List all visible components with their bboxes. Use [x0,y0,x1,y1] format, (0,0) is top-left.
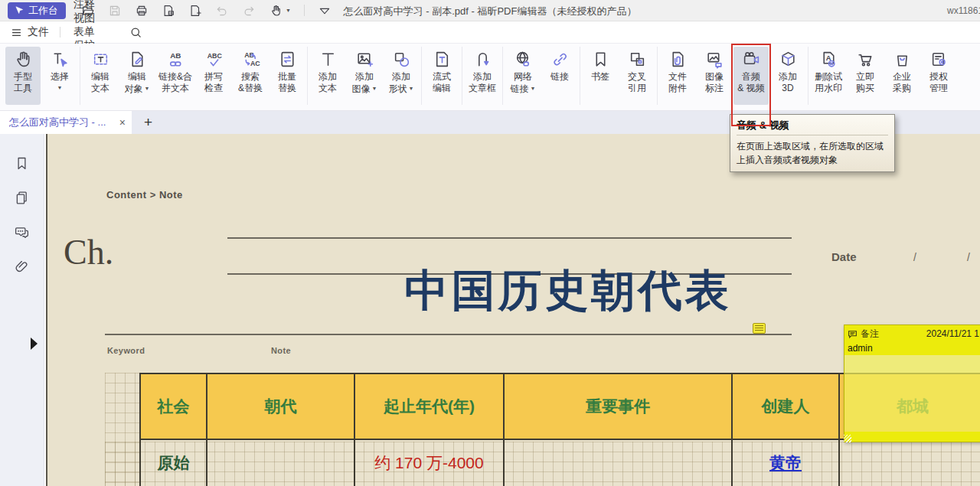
search-button[interactable] [129,26,142,39]
chevron-down-button[interactable] [318,4,332,18]
ribbon-item-select-cursor[interactable]: 选择▼ [42,47,77,105]
ribbon-item-label: 选择 [51,71,69,83]
new-tab-button[interactable]: + [144,112,152,133]
ribbon-item-search-replace[interactable]: ABAC搜索&替换 [233,47,268,105]
sticky-note-body[interactable] [844,355,980,432]
ribbon-item-license-manage[interactable]: 授权管理 [921,47,956,105]
ribbon-item-buy-now[interactable]: 立即购买 [848,47,883,105]
table-cell[interactable]: 黄帝 [733,440,840,486]
ribbon-item-label: 并文本 [162,83,189,94]
printer-button[interactable] [135,4,149,18]
foxit-pdf-editor-window: 工作台 ▼ 怎么面对高中学习 - 副本.pdf - 福昕PDF编辑器（未经授权的… [0,0,980,486]
attachment-icon [14,259,30,275]
ribbon-item-label: 网络 [514,71,532,83]
ribbon-item-edit-text[interactable]: 编辑文本 [83,47,118,105]
doc-chapter-label: Ch. [64,232,113,272]
dropdown-caret-icon: ▼ [531,86,536,91]
ribbon-group: 手型工具选择▼ [3,47,80,105]
ruled-line [105,334,792,335]
doc-new-button[interactable] [188,4,202,18]
buy-now-icon [856,50,875,71]
ribbon-item-bookmark[interactable]: 书签 [583,47,618,105]
hamburger-icon [11,27,22,38]
sticky-note-header[interactable]: 备注 2024/11/21 1 [844,325,980,342]
comment-icon [14,224,30,240]
sticky-note-title: 备注 [861,328,879,341]
ribbon-item-add-image[interactable]: 添加图像▼ [347,47,382,105]
document-tab-label: 怎么面对高中学习 - ... [9,116,115,129]
ribbon-item-label: 添加 [779,71,797,83]
hand-tool-icon [14,50,33,71]
ribbon-item-label: 替换 [278,83,296,94]
audio-video-tooltip: 音频 & 视频在页面上选取区域，在所选取的区域上插入音频或者视频对象 [730,114,895,172]
ribbon-item-enterprise-purchase[interactable]: 企业采购 [884,47,920,105]
ribbon-toolbar: 手型工具选择▼编辑文本编辑对象▼AB链接&合并文本ABC拼写检查ABAC搜索&替… [0,44,980,111]
svg-text:AB: AB [170,51,181,60]
link-merge-text-icon: AB [166,50,185,71]
comment-annotation-icon[interactable] [753,323,766,334]
ribbon-item-article-box[interactable]: 添加文章框 [465,47,500,105]
ribbon-item-batch-replace[interactable]: 批量替换 [270,47,305,105]
ribbon-item-hand-tool[interactable]: 手型工具 [5,47,41,105]
menu-bar: 文件 主页转换编辑页面管理注释视图表单保护共享文档管理会员专享辅助帮助 [0,21,980,44]
menu-item-表单[interactable]: 表单 [64,25,126,39]
doc-export-button[interactable] [162,4,175,18]
ribbon-item-label: 编辑 [128,71,146,83]
note-comment-icon [848,329,858,339]
undo-button[interactable] [215,4,229,18]
ribbon-group: 编辑文本编辑对象▼AB链接&合并文本ABC拼写检查ABAC搜索&替换批量替换 [80,47,308,105]
ribbon-item-cross-reference[interactable]: 交叉引用 [619,47,655,105]
sidebar-panel-comment[interactable] [14,224,30,240]
ribbon-item-label: 企业 [893,71,911,83]
add-text-icon [318,50,338,71]
table-header-cell: 社会 [141,374,207,439]
ribbon-item-label: 删除试 [815,71,842,83]
ribbon-item-flow-edit[interactable]: 流式编辑 [424,47,459,105]
ribbon-item-label: 添加 [473,71,492,83]
chevron-down-icon [318,4,332,18]
ribbon-item-file-attachment[interactable]: 文件附件 [660,47,695,105]
menu-item-视图[interactable]: 视图 [64,11,126,25]
ribbon-item-link-merge-text[interactable]: AB链接&合并文本 [156,47,194,105]
ribbon-group: 流式编辑 [422,47,462,105]
ribbon-item-label: 编辑 [91,71,109,83]
ribbon-item-spell-check[interactable]: ABC拼写检查 [196,47,231,105]
dropdown-caret-icon: ▼ [286,8,291,13]
sticky-note[interactable]: 备注 2024/11/21 1 admin [844,325,980,442]
sidebar-panel-pages[interactable] [14,190,30,206]
redo-button[interactable] [242,4,256,18]
quill-cursor-icon [14,5,24,16]
remove-trial-watermark-icon: A [819,50,838,71]
hand-gesture-button[interactable]: ▼ [269,4,291,18]
ribbon-item-label: 对象▼ [125,83,150,95]
spell-check-icon: ABC [204,50,224,71]
sidebar-panel-bookmark[interactable] [14,155,30,171]
document-tab[interactable]: 怎么面对高中学习 - ... × [0,111,132,134]
menu-item-file[interactable]: 文件 [0,21,57,43]
ribbon-item-add-3d[interactable]: 添加3D [770,47,805,105]
ribbon-item-remove-trial-watermark[interactable]: A删除试用水印 [811,47,846,105]
ribbon-group: 添加文本添加图像▼添加形状▼ [308,47,422,105]
sidebar-expand-handle[interactable] [31,338,38,350]
audio-video-icon [742,50,761,71]
note-resize-handle[interactable] [844,435,851,442]
edit-text-icon [91,50,110,71]
ribbon-item-edit-object[interactable]: 编辑对象▼ [119,47,155,105]
ribbon-item-web-link[interactable]: 网络链接▼ [505,47,541,105]
flow-edit-icon [433,50,452,71]
ribbon-item-add-shape[interactable]: 添加形状▼ [384,47,419,105]
ribbon-item-label: 用水印 [815,83,842,94]
workbench-button[interactable]: 工作台 [8,2,66,19]
ribbon-item-audio-video[interactable]: 音频& 视频音频 & 视频在页面上选取区域，在所选取的区域上插入音频或者视频对象 [733,47,769,105]
ribbon-item-label: 形状▼ [389,83,414,95]
ribbon-item-link[interactable]: 链接 [542,47,577,105]
sidebar-panel-attachment[interactable] [14,259,30,275]
ribbon-item-label: 立即 [856,71,874,83]
ribbon-item-image-callout[interactable]: 图像标注 [697,47,732,105]
undo-icon [215,4,229,18]
menu-item-注释[interactable]: 注释 [64,0,126,11]
ribbon-item-label: &替换 [238,83,263,94]
ribbon-item-add-text[interactable]: 添加文本 [310,47,345,105]
menu-file-label: 文件 [28,25,49,39]
tab-close-button[interactable]: × [119,116,126,129]
